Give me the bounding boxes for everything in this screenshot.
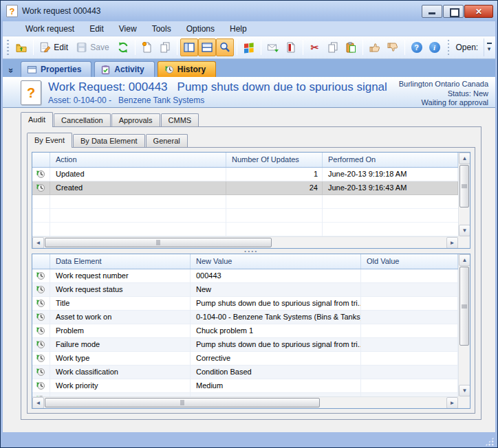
table-row[interactable]: Created 24 June-20-13 9:16:43 AM	[32, 181, 458, 195]
scroll-left-arrow-icon[interactable]: ◄	[32, 237, 44, 249]
outer-tabs: Audit Cancellation Approvals CMMS	[21, 112, 481, 127]
title-bar[interactable]: Work request 000443	[1, 1, 497, 21]
info-button[interactable]: i	[426, 38, 444, 56]
cell-new-value: Pump shuts down due to spurious signal f…	[191, 338, 361, 352]
cell-new-value: 000443	[191, 269, 361, 283]
menu-tools[interactable]: Tools	[144, 22, 179, 36]
reject-button[interactable]	[384, 38, 402, 56]
scrollbar-thumb[interactable]	[45, 238, 272, 247]
copy-icon	[327, 41, 339, 54]
tab-approvals[interactable]: Approvals	[111, 113, 160, 127]
edit-button[interactable]: Edit	[36, 38, 73, 56]
tab-by-event[interactable]: By Event	[27, 133, 72, 148]
zoom-toggle[interactable]	[216, 38, 234, 56]
cell-number-of-updates: 24	[226, 181, 323, 195]
table-row[interactable]: Failure mode Pump shuts down due to spur…	[32, 338, 458, 352]
scroll-left-arrow-icon[interactable]: ◄	[32, 397, 44, 409]
scroll-right-arrow-icon[interactable]: ►	[446, 397, 458, 409]
window-icon	[27, 65, 37, 75]
scroll-up-arrow-icon[interactable]: ▲	[459, 153, 470, 164]
tab-properties[interactable]: Properties	[21, 61, 91, 77]
paste-button[interactable]	[342, 38, 360, 56]
header-number-of-updates[interactable]: Number Of Updates	[226, 153, 323, 167]
toolbar-separator	[404, 40, 405, 55]
table-row[interactable]: Work request status New	[32, 283, 458, 297]
header-performed-on[interactable]: Performed On	[323, 153, 458, 167]
table-row[interactable]: Title Pump shuts down due to spurious si…	[32, 297, 458, 311]
tab-cancellation[interactable]: Cancellation	[54, 113, 111, 127]
table-row[interactable]: Work classification Condition Based	[32, 366, 458, 379]
collapse-chevron-icon[interactable]: »	[6, 63, 18, 77]
table-row[interactable]: Asset to work on 0-104-00 - Benzene Tank…	[32, 311, 458, 324]
work-request-doc-icon	[6, 5, 18, 17]
edit-icon	[39, 41, 51, 54]
tab-cmms[interactable]: CMMS	[161, 113, 199, 127]
maximize-button[interactable]	[443, 5, 464, 18]
toolbar-overflow-button[interactable]: ▾	[484, 38, 494, 56]
toolbar-separator-dotted	[446, 40, 451, 55]
cell-old-value	[361, 338, 458, 352]
send-button[interactable]	[264, 38, 282, 56]
split-horizontal-toggle[interactable]	[198, 38, 216, 56]
open-record-button[interactable]	[12, 38, 30, 56]
events-horizontal-scrollbar[interactable]: ◄ ►	[32, 236, 458, 248]
menu-view[interactable]: View	[111, 22, 144, 36]
table-row[interactable]: Problem Chuck problem 1	[32, 324, 458, 338]
header-old-value[interactable]: Old Value	[361, 254, 458, 269]
new-record-button[interactable]	[138, 38, 156, 56]
view-tab-strip: » Properties Activity History	[3, 59, 495, 77]
toolbar-grip[interactable]	[6, 40, 11, 55]
table-row[interactable]: Updated 1 June-20-13 9:19:18 AM	[32, 168, 458, 181]
header-data-element[interactable]: Data Element	[50, 254, 191, 269]
scroll-up-arrow-icon[interactable]: ▲	[459, 254, 470, 266]
resize-grip-icon[interactable]	[485, 437, 494, 446]
header-icon-column[interactable]	[32, 153, 50, 167]
copy-record-button[interactable]	[156, 38, 174, 56]
table-row[interactable]: Work priority Medium	[32, 379, 458, 393]
cell-data-element: Work request number	[50, 269, 191, 283]
help-button[interactable]: ?	[408, 38, 426, 56]
menu-work-request[interactable]: Work request	[18, 22, 82, 36]
scrollbar-thumb[interactable]	[459, 267, 469, 346]
elements-horizontal-scrollbar[interactable]: ◄ ►	[32, 396, 458, 408]
scroll-down-arrow-icon[interactable]: ▼	[459, 385, 470, 396]
scroll-down-arrow-icon[interactable]: ▼	[459, 225, 470, 236]
header-action[interactable]: Action	[50, 153, 226, 167]
scrollbar-thumb[interactable]	[45, 398, 320, 407]
menu-help[interactable]: Help	[222, 22, 255, 36]
tab-audit[interactable]: Audit	[21, 112, 53, 127]
table-row[interactable]: Work request number 000443	[32, 269, 458, 283]
refresh-button[interactable]	[114, 38, 132, 56]
cell-new-value: Pump shuts down due to spurious signal f…	[191, 297, 361, 311]
header-new-value[interactable]: New Value	[191, 254, 361, 269]
cut-button[interactable]: ✂	[306, 38, 324, 56]
scrollbar-thumb[interactable]	[459, 165, 469, 208]
cell-new-value: New	[191, 283, 361, 297]
copy-button[interactable]	[324, 38, 342, 56]
windows-button[interactable]	[240, 38, 258, 56]
cell-new-value: Corrective	[191, 352, 361, 366]
elements-vertical-scrollbar[interactable]: ▲ ▼	[458, 254, 470, 396]
history-clock-icon	[32, 338, 50, 352]
tab-history[interactable]: History	[158, 61, 216, 77]
events-vertical-scrollbar[interactable]: ▲ ▼	[458, 153, 470, 236]
folder-up-icon	[15, 41, 28, 54]
tab-activity[interactable]: Activity	[94, 61, 154, 77]
menu-options[interactable]: Options	[179, 22, 222, 36]
tab-general[interactable]: General	[146, 134, 188, 148]
scroll-right-arrow-icon[interactable]: ►	[446, 237, 458, 249]
envelope-icon	[267, 41, 279, 54]
report-button[interactable]	[282, 38, 300, 56]
save-button[interactable]: Save	[73, 38, 114, 56]
approve-button[interactable]	[366, 38, 384, 56]
menu-edit[interactable]: Edit	[82, 22, 111, 36]
header-icon-column[interactable]	[32, 254, 50, 269]
table-row[interactable]: Work type Corrective	[32, 352, 458, 366]
toolbar-separator	[33, 40, 34, 55]
tab-by-data-element[interactable]: By Data Element	[73, 134, 145, 148]
split-vertical-toggle[interactable]	[180, 38, 198, 56]
minimize-button[interactable]	[422, 5, 442, 18]
grid-splitter[interactable]: ....	[32, 249, 470, 254]
close-button[interactable]	[464, 5, 493, 18]
by-event-pane: Action Number Of Updates Performed On Up…	[27, 147, 475, 414]
